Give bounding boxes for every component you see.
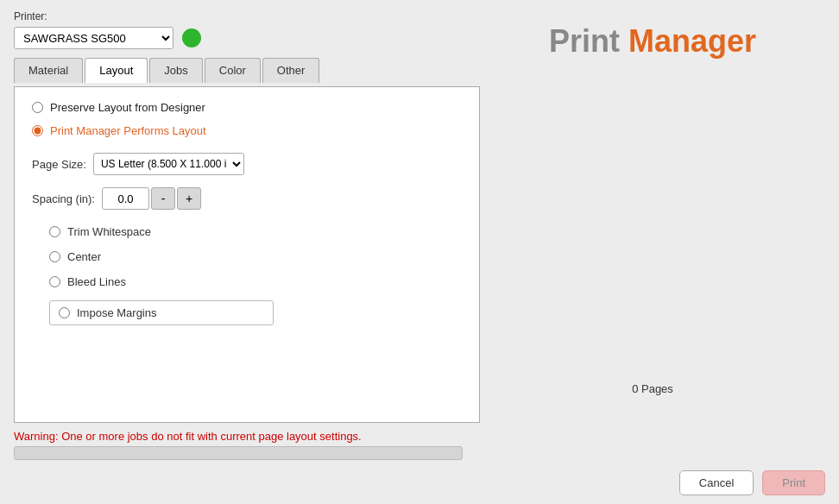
- preserve-layout-label: Preserve Layout from Designer: [50, 101, 205, 114]
- progress-area: [0, 446, 839, 465]
- page-size-label: Page Size:: [32, 158, 86, 171]
- trim-whitespace-label: Trim Whitespace: [67, 225, 151, 238]
- layout-panel: Preserve Layout from Designer Print Mana…: [14, 86, 480, 423]
- impose-margins-label: Impose Margins: [77, 306, 156, 319]
- tab-jobs[interactable]: Jobs: [149, 58, 202, 83]
- preserve-layout-option[interactable]: Preserve Layout from Designer: [32, 101, 462, 114]
- center-option[interactable]: Center: [49, 250, 462, 263]
- impose-margins-row[interactable]: Impose Margins: [49, 300, 274, 325]
- app-title: Print Manager: [549, 26, 756, 57]
- action-bar: Cancel Print: [0, 465, 839, 504]
- trim-whitespace-option[interactable]: Trim Whitespace: [49, 225, 462, 238]
- pages-count: 0 Pages: [632, 382, 673, 395]
- page-size-select[interactable]: US Letter (8.500 X 11.000 in): [93, 153, 244, 175]
- tab-other[interactable]: Other: [262, 58, 320, 83]
- app-title-orange: Manager: [628, 23, 756, 59]
- bleed-lines-label: Bleed Lines: [67, 275, 126, 288]
- tab-color[interactable]: Color: [205, 58, 261, 83]
- trim-whitespace-radio[interactable]: [49, 226, 60, 237]
- center-label: Center: [67, 250, 101, 263]
- printer-label: Printer:: [14, 10, 480, 22]
- pm-layout-option[interactable]: Print Manager Performs Layout: [32, 124, 462, 137]
- spacing-increment-button[interactable]: +: [177, 187, 201, 210]
- tab-material[interactable]: Material: [14, 58, 83, 83]
- preserve-layout-radio[interactable]: [32, 102, 43, 113]
- spacing-row: Spacing (in): 0.0 - +: [32, 187, 462, 210]
- pm-layout-label: Print Manager Performs Layout: [50, 124, 206, 137]
- spacing-input[interactable]: 0.0: [102, 187, 149, 210]
- right-panel: 0 Pages: [480, 86, 825, 425]
- tab-layout[interactable]: Layout: [85, 58, 148, 83]
- cancel-button[interactable]: Cancel: [679, 470, 754, 495]
- warning-text: Warning: One or more jobs do not fit wit…: [14, 430, 362, 443]
- spacing-label: Spacing (in):: [32, 192, 95, 205]
- impose-margins-radio[interactable]: [59, 307, 70, 318]
- bleed-lines-radio[interactable]: [49, 276, 60, 287]
- pm-layout-radio[interactable]: [32, 125, 43, 136]
- bleed-lines-option[interactable]: Bleed Lines: [49, 275, 462, 288]
- page-size-row: Page Size: US Letter (8.500 X 11.000 in): [32, 153, 462, 175]
- spacing-decrement-button[interactable]: -: [151, 187, 175, 210]
- print-button[interactable]: Print: [762, 470, 825, 495]
- progress-bar: [14, 446, 463, 460]
- center-radio[interactable]: [49, 251, 60, 262]
- printer-select[interactable]: SAWGRASS SG500: [14, 27, 173, 49]
- app-title-gray: Print: [549, 23, 628, 59]
- tab-bar: Material Layout Jobs Color Other: [14, 58, 480, 83]
- printer-status-dot: [182, 28, 201, 47]
